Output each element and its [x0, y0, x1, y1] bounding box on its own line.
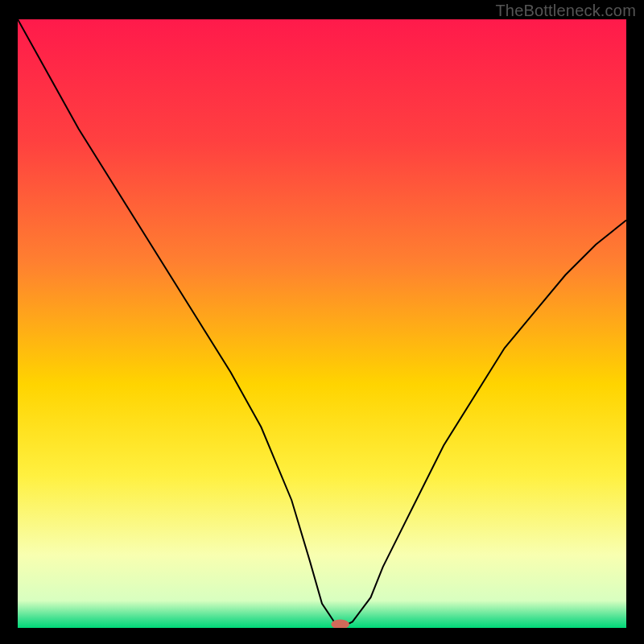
watermark-text: TheBottleneck.com [495, 2, 636, 20]
chart-frame: TheBottleneck.com [0, 0, 644, 644]
gradient-backdrop [18, 19, 626, 628]
chart-plot-area [18, 19, 626, 628]
chart-svg [18, 19, 626, 628]
